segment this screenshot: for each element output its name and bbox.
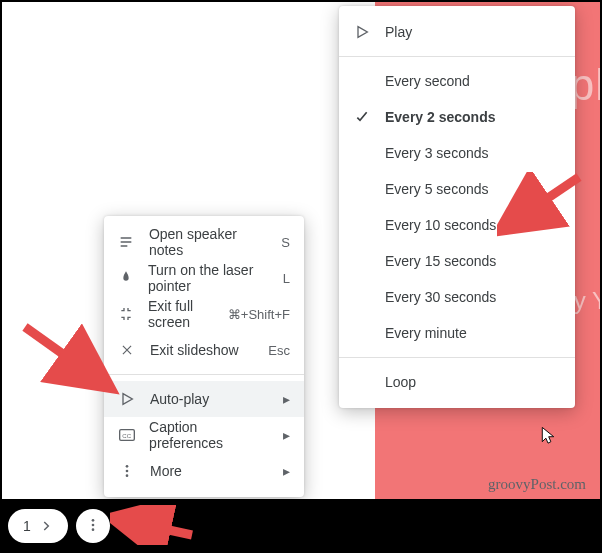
svg-point-2 [126,465,129,468]
menu-label: Every 10 seconds [385,217,561,233]
play-icon [118,391,136,407]
menu-label: Every minute [385,325,561,341]
menu-item-every-minute[interactable]: Every minute [339,315,575,351]
chevron-right-icon [39,519,53,533]
menu-label: Play [385,24,561,40]
menu-label: Turn on the laser pointer [148,262,269,294]
menu-item-laser-pointer[interactable]: Turn on the laser pointer L [104,260,304,296]
menu-item-loop[interactable]: Loop [339,364,575,400]
menu-item-every-5-seconds[interactable]: Every 5 seconds [339,171,575,207]
laser-icon [118,270,134,286]
menu-item-every-15-seconds[interactable]: Every 15 seconds [339,243,575,279]
menu-item-every-3-seconds[interactable]: Every 3 seconds [339,135,575,171]
menu-item-more[interactable]: More ▸ [104,453,304,489]
menu-label: Every 2 seconds [385,109,561,125]
shortcut: Esc [268,343,290,358]
check-icon [353,109,371,125]
watermark: groovyPost.com [488,476,586,493]
submenu-arrow-icon: ▸ [283,391,290,407]
presenter-toolbar: 1 [2,499,600,551]
menu-label: Open speaker notes [149,226,267,258]
svg-line-8 [25,327,105,384]
svg-text:CC: CC [122,433,131,439]
menu-label: Every 30 seconds [385,289,561,305]
page-indicator-pill[interactable]: 1 [8,509,68,543]
menu-label: More [150,463,269,479]
menu-item-every-2-seconds[interactable]: Every 2 seconds [339,99,575,135]
options-menu: Open speaker notes S Turn on the laser p… [104,216,304,497]
svg-point-6 [92,523,95,526]
close-icon [118,343,136,357]
menu-item-exit-slideshow[interactable]: Exit slideshow Esc [104,332,304,368]
svg-point-5 [92,519,95,522]
shortcut: S [281,235,290,250]
menu-label: Exit slideshow [150,342,254,358]
menu-label: Caption preferences [149,419,269,451]
autoplay-submenu: Play Every second Every 2 seconds Every … [339,6,575,408]
submenu-arrow-icon: ▸ [283,427,290,443]
play-icon [353,24,371,40]
menu-label: Every second [385,73,561,89]
svg-point-3 [126,470,129,473]
menu-item-autoplay[interactable]: Auto-play ▸ [104,381,304,417]
menu-label: Loop [385,374,561,390]
page-number: 1 [23,518,31,534]
menu-separator [104,374,304,375]
menu-label: Exit full screen [148,298,214,330]
more-options-button[interactable] [76,509,110,543]
menu-separator [339,357,575,358]
menu-item-play[interactable]: Play [339,14,575,50]
menu-label: Every 3 seconds [385,145,561,161]
menu-separator [339,56,575,57]
shortcut: L [283,271,290,286]
menu-label: Auto-play [150,391,269,407]
exit-fullscreen-icon [118,306,134,322]
menu-item-captions[interactable]: CC Caption preferences ▸ [104,417,304,453]
menu-item-every-10-seconds[interactable]: Every 10 seconds [339,207,575,243]
menu-item-every-30-seconds[interactable]: Every 30 seconds [339,279,575,315]
menu-item-every-second[interactable]: Every second [339,63,575,99]
menu-label: Every 15 seconds [385,253,561,269]
cursor-icon [539,426,557,449]
menu-item-exit-fullscreen[interactable]: Exit full screen ⌘+Shift+F [104,296,304,332]
menu-label: Every 5 seconds [385,181,561,197]
menu-item-speaker-notes[interactable]: Open speaker notes S [104,224,304,260]
more-vert-icon [118,463,136,479]
svg-point-7 [92,528,95,531]
captions-icon: CC [118,429,135,441]
more-vert-icon [85,517,101,536]
notes-icon [118,234,135,250]
shortcut: ⌘+Shift+F [228,307,290,322]
svg-point-4 [126,474,129,477]
submenu-arrow-icon: ▸ [283,463,290,479]
